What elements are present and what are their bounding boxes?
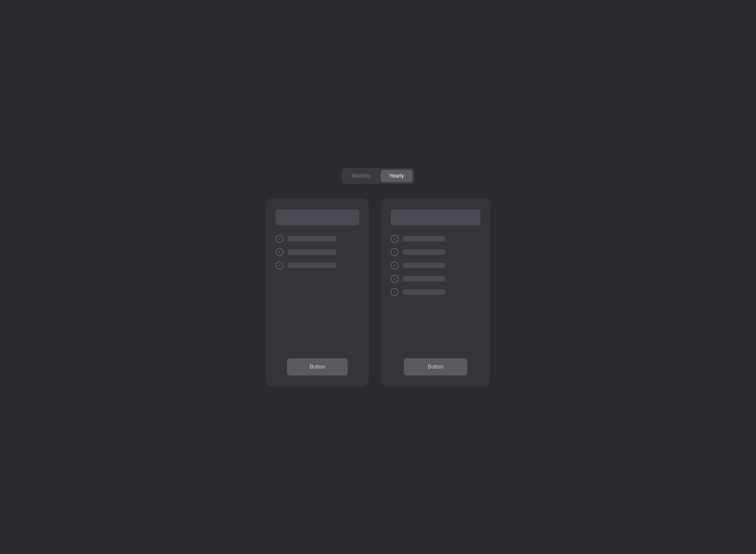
feature-bar [288, 263, 336, 268]
check-icon [391, 275, 398, 283]
feature-item [391, 262, 481, 269]
feature-item [275, 262, 359, 269]
toggle-monthly[interactable]: Monthly [343, 170, 380, 182]
check-icon [275, 235, 284, 243]
feature-bar [403, 263, 445, 268]
feature-bar [288, 250, 336, 255]
feature-item [391, 235, 481, 243]
card-1-title-bar [275, 209, 359, 225]
feature-item [391, 248, 481, 256]
cards-container: Button [266, 199, 490, 386]
check-icon [275, 248, 284, 256]
feature-bar [403, 236, 445, 241]
toggle-yearly[interactable]: Yearly [381, 170, 413, 182]
feature-bar [288, 236, 336, 241]
card-1-button[interactable]: Button [287, 358, 348, 376]
check-icon [391, 288, 398, 296]
card-2-button[interactable]: Button [404, 358, 467, 376]
feature-bar [403, 276, 445, 282]
billing-toggle: Monthly Yearly [342, 168, 414, 184]
card-2-features [391, 235, 481, 296]
page-wrapper: Monthly Yearly Bu [254, 150, 502, 404]
feature-bar [403, 289, 445, 295]
card-2-title-bar [391, 209, 481, 225]
feature-item [391, 288, 481, 296]
card-2-button-area: Button [391, 358, 481, 376]
feature-item [391, 275, 481, 283]
check-icon [275, 262, 284, 269]
check-icon [391, 248, 398, 256]
check-icon [391, 262, 398, 269]
feature-item [275, 235, 359, 243]
card-1-button-area: Button [275, 358, 359, 376]
check-icon [391, 235, 398, 243]
card-1-features [275, 235, 359, 269]
feature-bar [403, 250, 445, 255]
feature-item [275, 248, 359, 256]
pricing-card-1: Button [266, 199, 369, 386]
pricing-card-2: Button [381, 199, 490, 386]
